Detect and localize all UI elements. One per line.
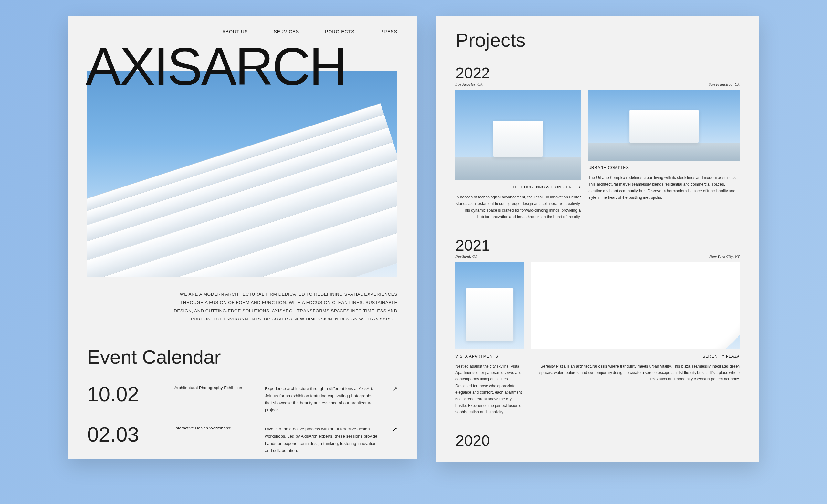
- projects-heading: Projects: [455, 29, 740, 51]
- project-title: URBANE COMPLEX: [588, 166, 740, 170]
- arrow-icon[interactable]: ↗: [381, 384, 397, 392]
- year-divider: 2021: [455, 236, 740, 254]
- landing-panel: ABOUT US SERVICES POROIECTS PRESS AXISAR…: [68, 16, 417, 459]
- project-card[interactable]: Los Angeles, CA TECHHUB INNOVATION CENTE…: [455, 82, 581, 220]
- nav-press[interactable]: PRESS: [381, 29, 397, 34]
- events-list: 10.02 Architectural Photography Exhibiti…: [68, 378, 417, 459]
- arrow-icon[interactable]: ↗: [381, 424, 397, 433]
- project-row: Los Angeles, CA TECHHUB INNOVATION CENTE…: [455, 82, 740, 220]
- project-card[interactable]: Portland, OR VISTA APARTMENTS Nestled ag…: [455, 254, 524, 415]
- project-desc: Serenity Plaza is an architectural oasis…: [531, 363, 740, 383]
- event-row[interactable]: 10.02 Architectural Photography Exhibiti…: [87, 378, 397, 418]
- year-label: 2021: [455, 236, 490, 254]
- project-location: San Francisco, CA: [588, 82, 740, 87]
- projects-panel: Projects 2022 Los Angeles, CA TECHHUB IN…: [436, 16, 759, 462]
- intro-copy: WE ARE A MODERN ARCHITECTURAL FIRM DEDIC…: [68, 277, 417, 346]
- project-location: Portland, OR: [455, 254, 524, 259]
- nav-services[interactable]: SERVICES: [274, 29, 299, 34]
- hero-image: [87, 71, 397, 277]
- project-desc: A beacon of technological advancement, t…: [455, 194, 581, 220]
- events-heading: Event Calendar: [68, 346, 417, 378]
- year-divider: 2020: [455, 432, 740, 449]
- project-location: New York City, NY: [531, 254, 740, 259]
- project-desc: The Urbane Complex redefines urban livin…: [588, 175, 740, 201]
- event-date: 02.03: [87, 424, 171, 445]
- event-name: Architectural Photography Exhibition: [175, 384, 262, 390]
- event-name: Interactive Design Workshops:: [175, 424, 262, 431]
- project-title: SERENITY PLAZA: [531, 354, 740, 358]
- nav-about[interactable]: ABOUT US: [222, 29, 248, 34]
- year-divider: 2022: [455, 64, 740, 82]
- event-desc: Experience architecture through a differ…: [265, 384, 378, 414]
- nav-projects[interactable]: POROIECTS: [325, 29, 354, 34]
- brand-wordmark: AXISARCH: [86, 44, 397, 89]
- event-desc: Dive into the creative process with our …: [265, 424, 378, 454]
- event-row[interactable]: 02.03 Interactive Design Workshops: Dive…: [87, 418, 397, 458]
- hero: AXISARCH: [68, 44, 417, 277]
- project-image: [455, 90, 581, 180]
- project-title: TECHHUB INNOVATION CENTER: [455, 185, 581, 189]
- project-image: [455, 262, 524, 349]
- project-image: [531, 262, 740, 349]
- project-row: Portland, OR VISTA APARTMENTS Nestled ag…: [455, 254, 740, 415]
- project-desc: Nestled against the city skyline, Vista …: [455, 363, 524, 415]
- project-image: [588, 90, 740, 161]
- event-date: 10.02: [87, 384, 171, 405]
- project-location: Los Angeles, CA: [455, 82, 581, 87]
- year-label: 2022: [455, 64, 490, 82]
- project-card[interactable]: New York City, NY SERENITY PLAZA Serenit…: [531, 254, 740, 415]
- project-card[interactable]: San Francisco, CA URBANE COMPLEX The Urb…: [588, 82, 740, 220]
- project-title: VISTA APARTMENTS: [455, 354, 524, 358]
- year-label: 2020: [455, 432, 490, 449]
